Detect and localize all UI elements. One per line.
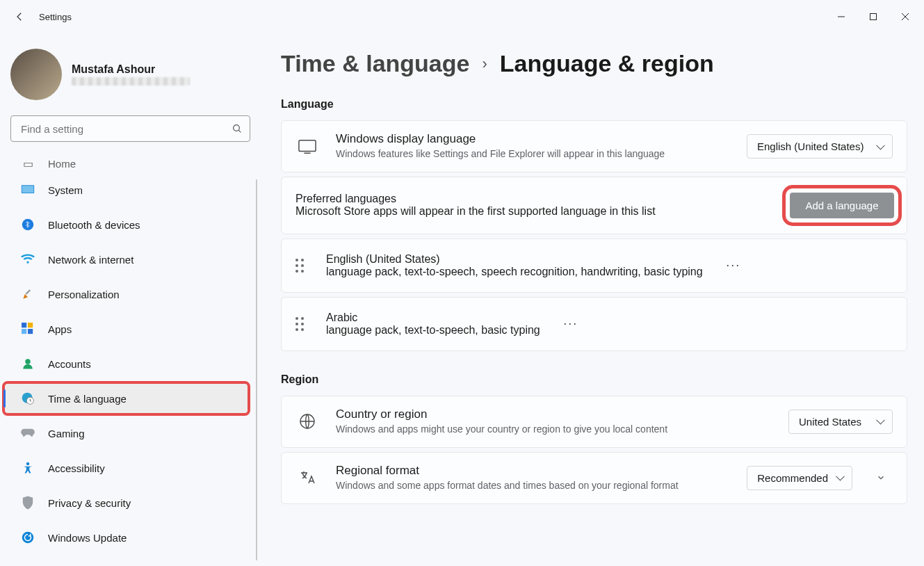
sidebar-item-network[interactable]: Network & internet <box>10 243 245 275</box>
window-controls <box>825 6 921 28</box>
expand-chevron-icon[interactable] <box>869 473 893 483</box>
sidebar-item-label: Bluetooth & devices <box>48 219 140 231</box>
drag-handle-icon[interactable] <box>295 259 309 273</box>
sidebar-item-bluetooth[interactable]: Bluetooth & devices <box>10 209 245 241</box>
search-box[interactable] <box>10 115 250 142</box>
search-icon <box>232 123 243 134</box>
bluetooth-icon <box>20 217 35 232</box>
sidebar-item-home[interactable]: ▭ Home <box>10 156 245 171</box>
globe-clock-icon <box>20 391 35 406</box>
row-subtitle: Windows and apps might use your country … <box>336 423 772 436</box>
svg-point-14 <box>25 359 31 364</box>
row-country-region[interactable]: Country or region Windows and apps might… <box>281 396 907 448</box>
sidebar-item-accessibility[interactable]: Accessibility <box>10 452 245 484</box>
add-language-button[interactable]: Add a language <box>790 193 894 218</box>
gamepad-icon <box>20 426 35 441</box>
country-dropdown[interactable]: United States <box>788 410 893 434</box>
svg-point-17 <box>26 462 30 466</box>
svg-rect-10 <box>22 323 26 328</box>
svg-rect-13 <box>28 329 33 334</box>
row-subtitle: Microsoft Store apps will appear in the … <box>295 205 786 218</box>
svg-line-5 <box>238 130 241 132</box>
maximize-button[interactable] <box>857 6 889 28</box>
row-preferred-languages: Preferred languages Microsoft Store apps… <box>281 177 907 234</box>
sidebar-item-accounts[interactable]: Accounts <box>10 348 245 380</box>
row-subtitle: Windows and some apps format dates and t… <box>336 479 730 492</box>
back-button[interactable] <box>3 0 36 33</box>
sidebar-item-label: Apps <box>48 323 72 335</box>
more-options-button[interactable]: ··· <box>557 312 585 336</box>
sidebar-item-label: System <box>48 184 83 196</box>
section-heading-region: Region <box>281 373 907 386</box>
home-icon: ▭ <box>20 156 35 171</box>
close-button[interactable] <box>889 6 921 28</box>
sidebar-item-label: Accessibility <box>48 462 105 474</box>
sidebar-scrollbar[interactable] <box>256 179 257 560</box>
svg-point-18 <box>22 532 34 544</box>
sidebar-item-label: Time & language <box>48 393 127 405</box>
sidebar-item-label: Privacy & security <box>48 497 131 509</box>
row-regional-format[interactable]: Regional format Windows and some apps fo… <box>281 452 907 504</box>
svg-rect-19 <box>299 140 316 151</box>
globe-icon <box>295 413 319 430</box>
row-display-language[interactable]: Windows display language Windows feature… <box>281 120 907 172</box>
display-language-dropdown[interactable]: English (United States) <box>747 134 893 159</box>
person-icon <box>20 356 35 371</box>
minimize-button[interactable] <box>825 6 857 28</box>
row-title: Country or region <box>336 407 772 421</box>
row-title: Preferred languages <box>295 193 786 205</box>
avatar <box>10 49 62 100</box>
wifi-icon <box>20 252 35 267</box>
accessibility-icon <box>20 460 35 476</box>
svg-rect-7 <box>22 186 34 193</box>
sidebar-item-label: Gaming <box>48 428 85 439</box>
language-item-english[interactable]: English (United States) language pack, t… <box>281 238 907 293</box>
sidebar-nav: ▭ Home System Bluetooth & devices Netwo <box>10 154 257 555</box>
titlebar: Settings <box>0 0 924 33</box>
sidebar-item-personalization[interactable]: Personalization <box>10 278 245 310</box>
svg-rect-1 <box>870 14 877 20</box>
user-name: Mustafa Ashour <box>72 63 190 76</box>
language-features: language pack, text-to-speech, speech re… <box>326 266 703 278</box>
user-account-block[interactable]: Mustafa Ashour <box>10 46 257 115</box>
sidebar-item-privacy[interactable]: Privacy & security <box>10 487 245 519</box>
sidebar-item-system[interactable]: System <box>10 174 245 206</box>
chevron-right-icon: › <box>482 55 487 72</box>
highlight-annotation: Add a language <box>786 188 898 223</box>
user-email-redacted <box>72 77 190 86</box>
paintbrush-icon <box>20 286 35 302</box>
drag-handle-icon[interactable] <box>295 317 309 331</box>
app-title: Settings <box>39 12 72 22</box>
breadcrumb-parent[interactable]: Time & language <box>281 50 469 77</box>
language-features: language pack, text-to-speech, basic typ… <box>326 324 540 337</box>
regional-format-dropdown[interactable]: Recommended <box>747 466 852 490</box>
update-icon <box>20 530 35 545</box>
sidebar-item-label: Personalization <box>48 289 120 300</box>
search-input[interactable] <box>21 123 232 135</box>
system-icon <box>20 182 35 197</box>
translate-icon <box>295 469 319 486</box>
svg-rect-12 <box>22 329 26 334</box>
sidebar-item-gaming[interactable]: Gaming <box>10 417 245 449</box>
section-heading-language: Language <box>281 98 907 111</box>
sidebar-item-label: Home <box>48 158 76 170</box>
svg-point-4 <box>234 125 240 131</box>
sidebar-item-apps[interactable]: Apps <box>10 313 245 345</box>
svg-rect-9 <box>25 289 31 295</box>
row-title: Regional format <box>336 464 730 478</box>
language-item-arabic[interactable]: Arabic language pack, text-to-speech, ba… <box>281 297 907 351</box>
language-name: English (United States) <box>326 253 703 266</box>
row-subtitle: Windows features like Settings and File … <box>336 147 730 161</box>
main-content: Time & language › Language & region Lang… <box>257 33 924 566</box>
svg-rect-11 <box>28 323 33 328</box>
sidebar-item-time-language[interactable]: Time & language <box>3 382 249 414</box>
breadcrumb: Time & language › Language & region <box>281 50 907 77</box>
shield-icon <box>20 495 35 510</box>
row-title: Windows display language <box>336 132 730 146</box>
sidebar-item-windows-update[interactable]: Windows Update <box>10 521 245 553</box>
sidebar: Mustafa Ashour ▭ Home System <box>0 33 257 566</box>
language-name: Arabic <box>326 312 540 324</box>
more-options-button[interactable]: ··· <box>720 254 747 277</box>
display-icon <box>295 139 319 154</box>
page-title: Language & region <box>500 50 714 77</box>
